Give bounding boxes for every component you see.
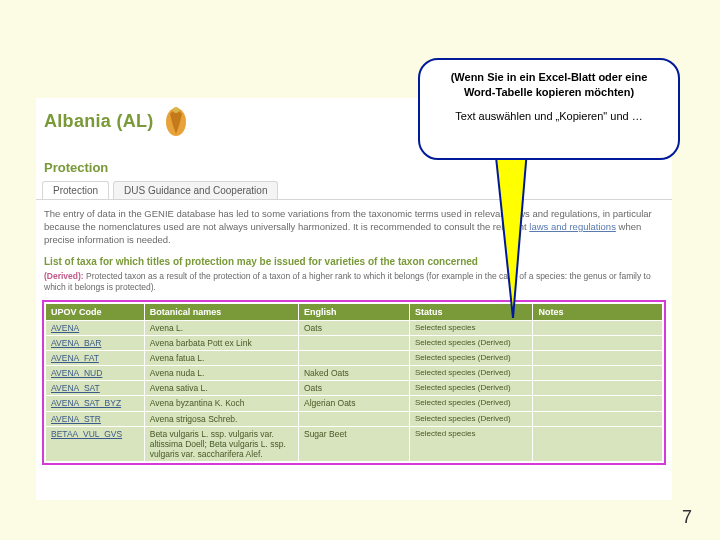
derived-text: Protected taxon as a result of the prote… [44, 271, 651, 292]
laws-regulations-link[interactable]: laws and regulations [529, 221, 616, 232]
cell-notes [533, 411, 663, 426]
table-row: AVENAAvena L.OatsSelected species [46, 320, 663, 335]
derived-note: (Derived): Protected taxon as a result o… [36, 271, 672, 299]
cell-upov-code[interactable]: AVENA_SAT [46, 381, 145, 396]
col-botanical: Botanical names [144, 303, 298, 320]
cell-notes [533, 396, 663, 411]
cell-upov-code[interactable]: AVENA_STR [46, 411, 145, 426]
cell-notes [533, 320, 663, 335]
cell-status: Selected species (Derived) [410, 335, 533, 350]
table-row: AVENA_SAT_BYZAvena byzantina K. KochAlge… [46, 396, 663, 411]
page-number: 7 [682, 507, 692, 528]
cell-botanical: Avena nuda L. [144, 366, 298, 381]
table-row: AVENA_NUDAvena nuda L.Naked OatsSelected… [46, 366, 663, 381]
cell-upov-code[interactable]: AVENA_NUD [46, 366, 145, 381]
taxa-table: UPOV Code Botanical names English Status… [45, 303, 663, 463]
cell-status: Selected species (Derived) [410, 381, 533, 396]
callout-bold-line1: (Wenn Sie in ein Excel-Blatt oder eine [432, 70, 666, 85]
svg-point-1 [173, 107, 179, 113]
cell-upov-code[interactable]: AVENA_BAR [46, 335, 145, 350]
tab-bar: Protection DUS Guidance and Cooperation [36, 177, 672, 200]
coat-of-arms-icon [164, 104, 188, 138]
col-upov-code: UPOV Code [46, 303, 145, 320]
cell-notes [533, 335, 663, 350]
cell-english: Algerian Oats [298, 396, 409, 411]
table-row: BETAA_VUL_GVSBeta vulgaris L. ssp. vulga… [46, 426, 663, 462]
cell-botanical: Avena sativa L. [144, 381, 298, 396]
cell-english [298, 350, 409, 365]
derived-label: (Derived): [44, 271, 84, 281]
cell-status: Selected species (Derived) [410, 396, 533, 411]
cell-english: Oats [298, 320, 409, 335]
cell-notes [533, 426, 663, 462]
callout-sub: Text auswählen und „Kopieren" und … [432, 110, 666, 122]
cell-notes [533, 381, 663, 396]
cell-botanical: Avena L. [144, 320, 298, 335]
country-title: Albania (AL) [44, 111, 154, 132]
cell-upov-code[interactable]: AVENA_FAT [46, 350, 145, 365]
col-notes: Notes [533, 303, 663, 320]
cell-botanical: Avena strigosa Schreb. [144, 411, 298, 426]
taxa-table-highlight: UPOV Code Botanical names English Status… [42, 300, 666, 466]
intro-paragraph: The entry of data in the GENIE database … [36, 200, 672, 246]
cell-botanical: Avena byzantina K. Koch [144, 396, 298, 411]
cell-english: Naked Oats [298, 366, 409, 381]
cell-upov-code[interactable]: BETAA_VUL_GVS [46, 426, 145, 462]
instruction-callout: (Wenn Sie in ein Excel-Blatt oder eine W… [418, 58, 680, 160]
cell-status: Selected species (Derived) [410, 411, 533, 426]
table-row: AVENA_FATAvena fatua L.Selected species … [46, 350, 663, 365]
table-row: AVENA_SATAvena sativa L.OatsSelected spe… [46, 381, 663, 396]
cell-english: Sugar Beet [298, 426, 409, 462]
cell-status: Selected species (Derived) [410, 366, 533, 381]
cell-notes [533, 366, 663, 381]
cell-english: Oats [298, 381, 409, 396]
cell-english [298, 411, 409, 426]
table-row: AVENA_BARAvena barbata Pott ex LinkSelec… [46, 335, 663, 350]
cell-status: Selected species [410, 426, 533, 462]
table-row: AVENA_STRAvena strigosa Schreb.Selected … [46, 411, 663, 426]
cell-status: Selected species [410, 320, 533, 335]
callout-bold-line2: Word-Tabelle kopieren möchten) [432, 85, 666, 100]
svg-marker-2 [494, 138, 528, 318]
col-english: English [298, 303, 409, 320]
callout-pointer-icon [486, 138, 536, 318]
cell-english [298, 335, 409, 350]
cell-botanical: Beta vulgaris L. ssp. vulgaris var. alti… [144, 426, 298, 462]
table-header-row: UPOV Code Botanical names English Status… [46, 303, 663, 320]
tab-protection[interactable]: Protection [42, 181, 109, 199]
tab-dus-guidance[interactable]: DUS Guidance and Cooperation [113, 181, 278, 199]
cell-botanical: Avena barbata Pott ex Link [144, 335, 298, 350]
cell-notes [533, 350, 663, 365]
cell-upov-code[interactable]: AVENA [46, 320, 145, 335]
cell-status: Selected species (Derived) [410, 350, 533, 365]
list-heading: List of taxa for which titles of protect… [36, 246, 672, 271]
cell-botanical: Avena fatua L. [144, 350, 298, 365]
cell-upov-code[interactable]: AVENA_SAT_BYZ [46, 396, 145, 411]
